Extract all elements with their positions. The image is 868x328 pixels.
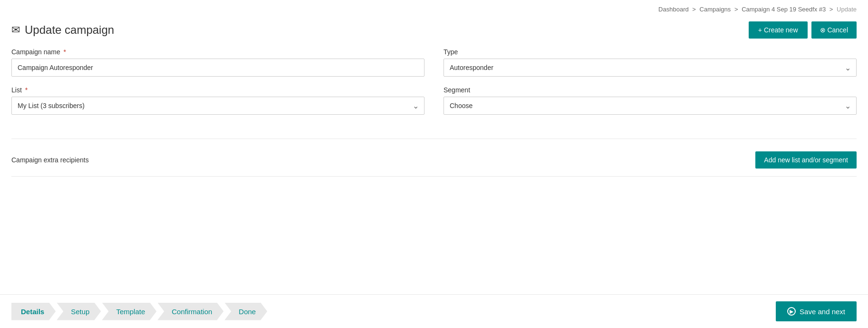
form-section: Campaign name * Type Autoresponder Regul… <box>0 48 868 134</box>
step-done[interactable]: Done <box>224 303 267 320</box>
envelope-icon: ✉ <box>11 24 20 36</box>
page-title-text: Update campaign <box>25 23 114 37</box>
footer-section: Details Setup Template Confirmation Done… <box>0 294 868 328</box>
save-and-next-button[interactable]: ▶ Save and next <box>776 301 857 321</box>
segment-group: Segment Choose ⌄ <box>444 86 857 115</box>
step-details[interactable]: Details <box>11 303 56 320</box>
breadcrumb-campaign: Campaign 4 Sep 19 Seedfx #3 <box>742 6 826 13</box>
breadcrumb: Dashboard > Campaigns > Campaign 4 Sep 1… <box>0 0 868 17</box>
cancel-button[interactable]: ⊗ Cancel <box>811 21 857 39</box>
form-row-1: Campaign name * Type Autoresponder Regul… <box>11 48 857 77</box>
list-select[interactable]: My List (3 subscribers) <box>11 97 424 115</box>
create-new-button[interactable]: + Create new <box>749 21 808 39</box>
segment-select-wrapper: Choose ⌄ <box>444 97 857 115</box>
steps-nav: Details Setup Template Confirmation Done <box>11 303 268 320</box>
breadcrumb-dashboard: Dashboard <box>658 6 689 13</box>
segment-select[interactable]: Choose <box>444 97 857 115</box>
list-select-wrapper: My List (3 subscribers) ⌄ <box>11 97 424 115</box>
extra-recipients-section: Campaign extra recipients Add new list a… <box>0 144 868 176</box>
campaign-name-label: Campaign name * <box>11 48 424 56</box>
type-select[interactable]: Autoresponder Regular A/B Test <box>444 59 857 77</box>
campaign-name-group: Campaign name * <box>11 48 424 77</box>
type-group: Type Autoresponder Regular A/B Test ⌄ <box>444 48 857 77</box>
step-setup[interactable]: Setup <box>57 303 101 320</box>
header-buttons: + Create new ⊗ Cancel <box>749 21 857 39</box>
breadcrumb-current: Update <box>837 6 857 13</box>
campaign-name-input[interactable] <box>11 59 424 77</box>
step-confirmation[interactable]: Confirmation <box>157 303 223 320</box>
segment-label: Segment <box>444 86 857 94</box>
type-label: Type <box>444 48 857 56</box>
page-header: ✉ Update campaign + Create new ⊗ Cancel <box>0 17 868 48</box>
circle-right-icon: ▶ <box>787 307 796 316</box>
save-next-label: Save and next <box>800 308 845 316</box>
divider-1 <box>11 139 857 139</box>
list-label: List * <box>11 86 424 94</box>
list-group: List * My List (3 subscribers) ⌄ <box>11 86 424 115</box>
step-template[interactable]: Template <box>102 303 156 320</box>
extra-recipients-label: Campaign extra recipients <box>11 156 89 164</box>
form-row-2: List * My List (3 subscribers) ⌄ Segment… <box>11 86 857 115</box>
breadcrumb-campaigns: Campaigns <box>700 6 731 13</box>
add-segment-button[interactable]: Add new list and/or segment <box>755 151 857 169</box>
page-title: ✉ Update campaign <box>11 23 114 37</box>
type-select-wrapper: Autoresponder Regular A/B Test ⌄ <box>444 59 857 77</box>
